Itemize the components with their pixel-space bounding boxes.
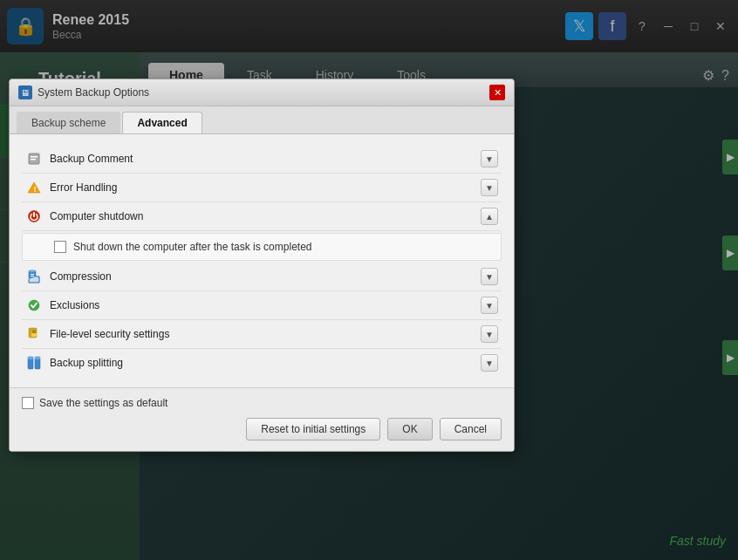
backup-splitting-chevron[interactable]: ▼ [481,354,498,372]
option-compression[interactable]: Compression ▼ [22,263,502,291]
dialog-close-button[interactable]: ✕ [489,85,505,100]
footer-buttons: Reset to initial settings OK Cancel [22,418,502,440]
shutdown-checkbox[interactable] [54,241,66,253]
reset-button[interactable]: Reset to initial settings [246,418,380,440]
file-security-icon [25,325,43,343]
tab-backup-scheme[interactable]: Backup scheme [17,112,120,133]
svg-text:!: ! [34,185,37,194]
svg-rect-8 [31,274,34,275]
svg-rect-9 [31,276,34,277]
backup-splitting-icon [25,354,43,372]
svg-rect-7 [29,270,36,272]
backup-splitting-label: Backup splitting [50,357,481,369]
exclusions-label: Exclusions [50,299,481,311]
computer-shutdown-icon [25,208,43,225]
save-default-checkbox[interactable] [22,397,34,409]
error-handling-chevron[interactable]: ▼ [481,179,498,196]
shutdown-checkbox-row: Shut down the computer after the task is… [54,241,490,253]
tab-advanced[interactable]: Advanced [122,112,202,133]
dialog-title-icon: 🖥 [18,85,32,99]
shutdown-expanded-section: Shut down the computer after the task is… [22,233,502,261]
svg-rect-16 [35,357,40,359]
computer-shutdown-chevron[interactable]: ▲ [481,208,498,225]
dialog-tabs: Backup scheme Advanced [10,106,514,134]
computer-shutdown-label: Computer shutdown [50,210,481,222]
option-error-handling[interactable]: ! Error Handling ▼ [22,174,502,202]
exclusions-icon [25,297,43,314]
dialog-footer: Save the settings as default Reset to in… [10,387,514,451]
option-backup-comment[interactable]: Backup Comment ▼ [22,145,502,174]
compression-chevron[interactable]: ▼ [481,268,498,285]
error-handling-icon: ! [25,179,43,196]
svg-rect-2 [31,159,36,160]
system-backup-options-dialog: 🖥 System Backup Options ✕ Backup scheme … [9,79,515,452]
dialog-close-icon: ✕ [494,87,502,99]
backup-comment-label: Backup Comment [50,153,481,165]
svg-rect-12 [31,333,37,337]
save-default-label: Save the settings as default [39,397,167,409]
backup-comment-icon [25,150,43,167]
file-security-chevron[interactable]: ▼ [481,325,498,343]
option-backup-splitting[interactable]: Backup splitting ▼ [22,349,502,377]
ok-button[interactable]: OK [387,418,432,440]
compression-label: Compression [50,270,481,283]
backup-comment-chevron[interactable]: ▼ [481,150,498,167]
option-file-security[interactable]: File-level security settings ▼ [22,320,502,349]
file-security-label: File-level security settings [50,328,481,340]
option-computer-shutdown[interactable]: Computer shutdown ▲ [22,202,502,231]
option-exclusions[interactable]: Exclusions ▼ [22,291,502,320]
dialog-title-text: System Backup Options [38,86,489,99]
compression-icon [25,268,43,285]
exclusions-chevron[interactable]: ▼ [481,297,498,314]
save-default-row: Save the settings as default [22,397,502,409]
svg-rect-14 [28,357,33,359]
dialog-title-bar: 🖥 System Backup Options ✕ [10,79,514,106]
shutdown-checkbox-label: Shut down the computer after the task is… [73,241,311,253]
dialog-body: Backup Comment ▼ ! Error Handling ▼ Comp… [10,134,514,387]
svg-rect-1 [31,156,38,158]
error-handling-label: Error Handling [50,181,481,194]
cancel-button[interactable]: Cancel [440,418,502,440]
